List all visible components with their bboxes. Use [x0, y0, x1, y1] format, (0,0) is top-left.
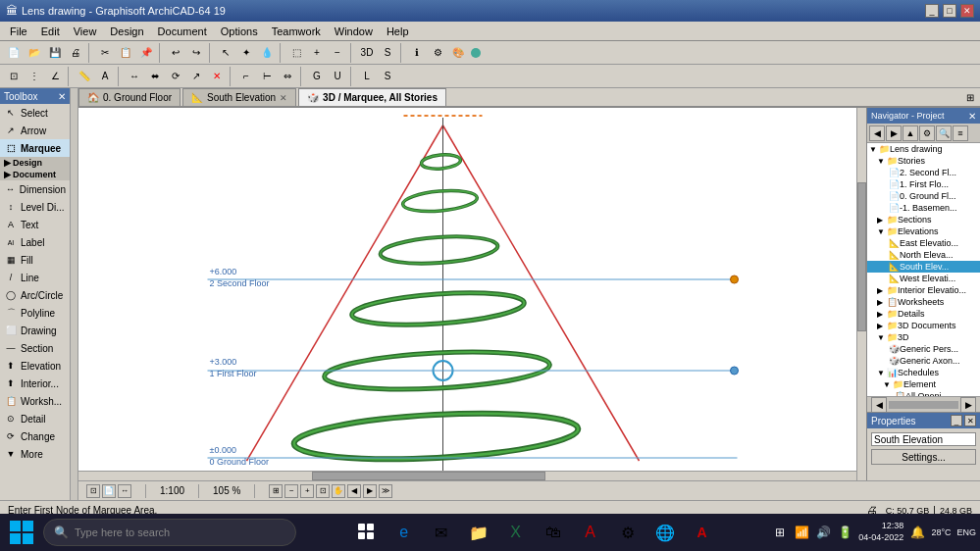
- zoom-icon-more[interactable]: ≫: [379, 484, 392, 498]
- tree-story-1[interactable]: 📄 1. First Flo...: [867, 178, 980, 190]
- taskbar-autocad[interactable]: A: [687, 517, 718, 548]
- tb-paste[interactable]: 📌: [136, 43, 156, 63]
- close-button[interactable]: ✕: [960, 4, 974, 18]
- tool-arrow[interactable]: ↗ Arrow: [0, 122, 70, 139]
- tree-item-stories[interactable]: ▼ 📁 Stories: [867, 155, 980, 167]
- tree-sections[interactable]: ▶ 📁 Sections: [867, 214, 980, 225]
- menu-help[interactable]: Help: [381, 24, 415, 39]
- tb-pointer[interactable]: ↖: [216, 43, 235, 63]
- menu-edit[interactable]: Edit: [35, 24, 66, 39]
- tb-undo[interactable]: ↩: [166, 43, 185, 63]
- nav-close[interactable]: ✕: [968, 111, 976, 122]
- props-close[interactable]: ✕: [964, 415, 976, 426]
- tab-south-close[interactable]: ✕: [280, 93, 287, 103]
- toolbox-close[interactable]: ✕: [58, 91, 66, 102]
- tb2-layer[interactable]: L: [357, 67, 377, 86]
- tree-story-2[interactable]: 📄 2. Second Fl...: [867, 167, 980, 178]
- tab-ground-floor[interactable]: 🏠 0. Ground Floor: [78, 88, 181, 106]
- tool-level-dim[interactable]: ↕ Level Di...: [0, 198, 70, 216]
- tree-east-elev[interactable]: 📐 East Elevatio...: [867, 237, 980, 249]
- nav-hscroll-thumb[interactable]: [889, 401, 958, 409]
- start-button[interactable]: [4, 515, 39, 550]
- tool-polyline[interactable]: ⌒ Polyline: [0, 304, 70, 322]
- tb-select-all[interactable]: ⬚: [286, 43, 306, 63]
- tab-view-options[interactable]: ⊞: [960, 88, 980, 106]
- menu-file[interactable]: File: [4, 24, 33, 39]
- tree-story-0[interactable]: 📄 0. Ground Fl...: [867, 190, 980, 202]
- tool-section[interactable]: — Section: [0, 339, 70, 357]
- tb2-rotate[interactable]: ⟳: [166, 67, 185, 86]
- tb-save[interactable]: 💾: [45, 43, 65, 63]
- tb2-grid[interactable]: ⋮: [25, 67, 44, 86]
- nav-btn-up[interactable]: ▲: [903, 125, 918, 141]
- network-icon[interactable]: 📶: [794, 525, 809, 540]
- tree-element[interactable]: ▼ 📁 Element: [867, 378, 980, 390]
- taskbar-fileexp[interactable]: 📁: [463, 517, 494, 548]
- section-document[interactable]: ▶ Document: [0, 169, 70, 180]
- v-scroll-thumb[interactable]: [857, 182, 866, 331]
- tree-3d[interactable]: ▼ 📁 3D: [867, 331, 980, 343]
- tree-story-b[interactable]: 📄 -1. Basemen...: [867, 202, 980, 214]
- tree-worksheets[interactable]: ▶ 📋 Worksheets: [867, 296, 980, 308]
- sound-icon[interactable]: 🔊: [815, 525, 831, 540]
- tb2-group[interactable]: G: [307, 67, 327, 86]
- tb2-x[interactable]: ✕: [207, 67, 227, 86]
- show-desktop[interactable]: ⊞: [772, 525, 788, 540]
- tool-worksheet[interactable]: 📋 Worksh...: [0, 392, 70, 410]
- tb-print[interactable]: 🖨: [66, 43, 85, 63]
- tool-dimension[interactable]: ↔ Dimension: [0, 180, 70, 198]
- tb-eyedrop[interactable]: 💧: [257, 43, 277, 63]
- nav-btn-fwd[interactable]: ▶: [886, 125, 902, 141]
- battery-icon[interactable]: 🔋: [837, 525, 852, 540]
- minimize-button[interactable]: _: [925, 4, 939, 18]
- zoom-icon-fit[interactable]: ⊡: [316, 484, 330, 498]
- nav-scroll-left[interactable]: ◀: [871, 397, 887, 413]
- taskbar-edge[interactable]: e: [388, 517, 420, 548]
- menu-view[interactable]: View: [68, 24, 103, 39]
- tool-drawing[interactable]: ⬜ Drawing: [0, 322, 70, 339]
- canvas-area[interactable]: +6.000 2 Second Floor +3.000 1 First Flo…: [78, 108, 866, 480]
- tb2-extend[interactable]: ⊢: [257, 67, 277, 86]
- menu-options[interactable]: Options: [215, 24, 264, 39]
- tool-label[interactable]: AI Label: [0, 233, 70, 251]
- tb-new[interactable]: 📄: [4, 43, 24, 63]
- tool-fill[interactable]: ▦ Fill: [0, 251, 70, 269]
- tree-3d-docs[interactable]: ▶ 📁 3D Documents: [867, 320, 980, 331]
- props-name-input[interactable]: [871, 432, 976, 446]
- tb-zoom-in[interactable]: +: [307, 43, 327, 63]
- tool-select[interactable]: ↖ Select: [0, 104, 70, 122]
- zoom-icon-plus[interactable]: +: [300, 484, 314, 498]
- taskbar-chrome[interactable]: 🌐: [649, 517, 681, 548]
- taskbar-mail[interactable]: ✉: [426, 517, 457, 548]
- menu-document[interactable]: Document: [152, 24, 213, 39]
- clock-display[interactable]: 12:38 04-04-2022: [858, 521, 903, 543]
- h-scrollbar[interactable]: [78, 471, 856, 480]
- tree-details[interactable]: ▶ 📁 Details: [867, 308, 980, 320]
- h-scroll-thumb[interactable]: [312, 472, 545, 480]
- taskbar-taskview[interactable]: [351, 517, 383, 548]
- tree-elevations[interactable]: ▼ 📁 Elevations: [867, 225, 980, 237]
- notification-icon[interactable]: 🔔: [909, 525, 925, 540]
- tree-item-lens[interactable]: ▼ 📁 Lens drawing: [867, 143, 980, 155]
- tool-more[interactable]: ▼ More: [0, 445, 70, 463]
- restore-button[interactable]: □: [943, 4, 956, 18]
- nav-scroll-right[interactable]: ▶: [960, 397, 976, 413]
- tb2-mirror[interactable]: ⬌: [145, 67, 165, 86]
- tb-open[interactable]: 📂: [25, 43, 44, 63]
- tb-3d[interactable]: 3D: [357, 43, 377, 63]
- tree-west-elev[interactable]: 📐 West Elevati...: [867, 273, 980, 284]
- props-minimize[interactable]: _: [951, 415, 962, 426]
- tb2-trim[interactable]: ⌐: [236, 67, 256, 86]
- tab-3d[interactable]: 🎲 3D / Marquee, All Stories: [298, 88, 446, 106]
- tb-info[interactable]: ℹ: [407, 43, 427, 63]
- tool-interior[interactable]: ⬆ Interior...: [0, 375, 70, 392]
- tree-generic-pers[interactable]: 🎲 Generic Pers...: [867, 343, 980, 355]
- tool-elevation[interactable]: ⬆ Elevation: [0, 357, 70, 375]
- tool-line[interactable]: / Line: [0, 269, 70, 286]
- zoom-icon-prev[interactable]: ◀: [347, 484, 361, 498]
- tb-green[interactable]: [471, 48, 481, 58]
- tool-detail[interactable]: ⊙ Detail: [0, 410, 70, 427]
- tree-north-elev[interactable]: 📐 North Eleva...: [867, 249, 980, 261]
- section-design[interactable]: ▶ Design: [0, 157, 70, 169]
- tb-magic[interactable]: ✦: [236, 43, 256, 63]
